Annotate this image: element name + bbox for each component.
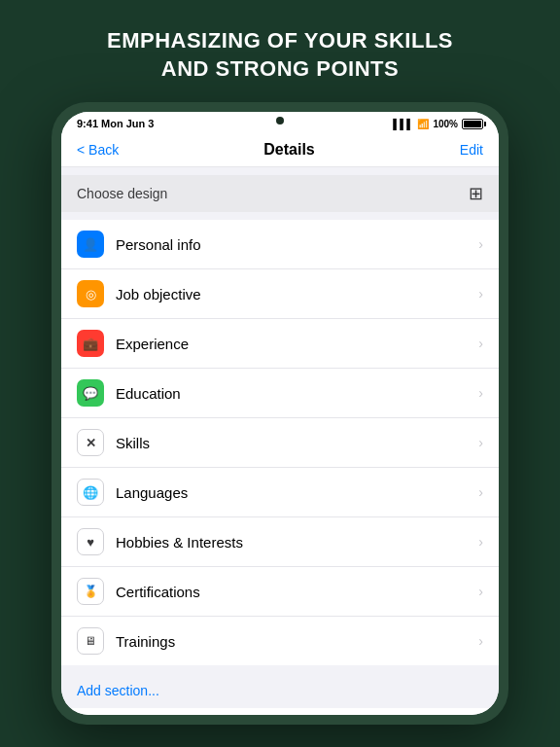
certifications-label: Certifications	[116, 584, 478, 600]
scroll-content[interactable]: Choose design ⊞ 👤 Personal info › ◎ Job …	[61, 167, 499, 715]
chevron-cert: ›	[478, 584, 483, 599]
menu-item-experience[interactable]: 💼 Experience ›	[61, 319, 499, 369]
cover-letter-item[interactable]: 📩 Cover letter ›	[61, 708, 499, 715]
chevron-lang: ›	[478, 484, 483, 500]
chevron-personal: ›	[478, 236, 483, 252]
hobbies-icon: ♥	[77, 528, 104, 555]
wifi-icon: 📶	[417, 119, 429, 129]
chevron-hobbies: ›	[478, 534, 483, 550]
education-icon: 💬	[77, 379, 104, 407]
chevron-edu: ›	[478, 385, 483, 401]
edit-button[interactable]: Edit	[460, 142, 483, 158]
skills-label: Skills	[116, 435, 478, 451]
menu-item-education[interactable]: 💬 Education ›	[61, 369, 499, 418]
header-area: Emphasizing of your skills and strong po…	[68, 0, 492, 102]
choose-design-row[interactable]: Choose design ⊞	[61, 175, 499, 212]
trainings-label: Trainings	[116, 633, 478, 650]
chevron-exp: ›	[478, 336, 483, 351]
menu-item-certifications[interactable]: 🏅 Certifications ›	[61, 567, 499, 617]
device-frame: 9:41 Mon Jun 3 ▌▌▌ 📶 100% < Back Details…	[52, 102, 508, 725]
job-objective-label: Job objective	[116, 286, 478, 302]
education-label: Education	[116, 385, 478, 402]
menu-item-skills[interactable]: ✕ Skills ›	[61, 418, 499, 468]
device-camera	[276, 117, 284, 124]
menu-item-trainings[interactable]: 🖥 Trainings ›	[61, 617, 499, 665]
back-button[interactable]: < Back	[77, 142, 119, 158]
cover-letter-section: 📩 Cover letter ›	[61, 708, 499, 715]
signal-icon: ▌▌▌	[393, 119, 413, 129]
nav-bar: < Back Details Edit	[61, 133, 499, 167]
skills-icon: ✕	[77, 429, 104, 456]
hobbies-label: Hobbies & Interests	[116, 534, 478, 551]
status-icons: ▌▌▌ 📶 100%	[393, 119, 483, 129]
experience-icon: 💼	[77, 330, 104, 357]
menu-list: 👤 Personal info › ◎ Job objective › 💼 Ex…	[61, 220, 499, 665]
battery-label: 100%	[433, 119, 458, 129]
header-line2: and strong points	[107, 55, 453, 84]
menu-item-job-objective[interactable]: ◎ Job objective ›	[61, 269, 499, 319]
chevron-train: ›	[478, 633, 483, 649]
job-objective-icon: ◎	[77, 280, 104, 307]
add-section-button[interactable]: Add section...	[61, 673, 499, 708]
page-title: Details	[263, 141, 314, 159]
languages-icon: 🌐	[77, 479, 104, 506]
design-grid-icon: ⊞	[469, 183, 483, 204]
battery-icon	[462, 119, 483, 129]
chevron-skills: ›	[478, 435, 483, 450]
experience-label: Experience	[116, 336, 478, 352]
certifications-icon: 🏅	[77, 578, 104, 605]
chevron-job: ›	[478, 286, 483, 302]
menu-item-hobbies[interactable]: ♥ Hobbies & Interests ›	[61, 517, 499, 567]
trainings-icon: 🖥	[77, 627, 104, 655]
menu-item-personal-info[interactable]: 👤 Personal info ›	[61, 220, 499, 269]
personal-info-label: Personal info	[116, 236, 478, 253]
languages-label: Languages	[116, 484, 478, 501]
personal-info-icon: 👤	[77, 231, 104, 258]
header-line1: Emphasizing of your skills	[107, 27, 453, 55]
status-time: 9:41 Mon Jun 3	[77, 118, 154, 129]
device-screen: 9:41 Mon Jun 3 ▌▌▌ 📶 100% < Back Details…	[61, 112, 499, 715]
choose-design-label: Choose design	[77, 186, 167, 201]
menu-item-languages[interactable]: 🌐 Languages ›	[61, 468, 499, 517]
